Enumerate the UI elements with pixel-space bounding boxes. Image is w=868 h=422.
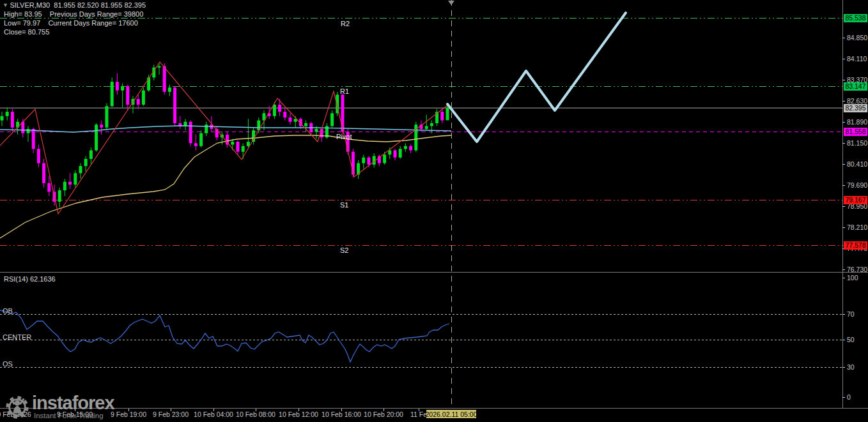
- candle-body: [111, 82, 114, 106]
- time-tick-label: 10 Feb 16:00: [322, 411, 361, 418]
- candle-body: [79, 166, 82, 173]
- candle-body: [163, 66, 166, 92]
- rsi-tick-label: 100: [847, 274, 858, 282]
- candle-body: [440, 112, 444, 120]
- vline-anchor-icon[interactable]: [448, 1, 454, 5]
- pivot-label-s2: S2: [340, 246, 348, 254]
- candle-body: [68, 182, 72, 185]
- candle-body: [341, 94, 345, 132]
- time-tick-label: 10 Feb 08:00: [236, 411, 275, 418]
- info-close: Close= 80.755: [4, 28, 49, 36]
- price-badge: 85.538: [844, 14, 867, 22]
- time-tick-label: 10 Feb 20:00: [364, 411, 403, 418]
- candle-body: [173, 87, 176, 123]
- candle-body: [74, 173, 77, 185]
- watermark-brand: instaforex: [32, 393, 114, 414]
- symbol-info-line: ▼ SILVER,M30 81.955 82.520 81.955 82.395: [3, 1, 146, 10]
- chart-plot-area[interactable]: [0, 0, 868, 422]
- candle-body: [399, 149, 402, 157]
- rsi-tick-label: 0: [847, 393, 851, 401]
- candle-body: [32, 129, 35, 149]
- candle-body: [100, 124, 103, 127]
- candle-body: [116, 82, 119, 90]
- candle-body: [242, 146, 245, 152]
- candle-body: [446, 108, 449, 121]
- candle-body: [226, 135, 229, 145]
- yellow-ma-line: [0, 135, 451, 238]
- symbol-title: SILVER,M30 81.955 82.520 81.955 82.395: [10, 1, 146, 9]
- price-tick-label: 81.150: [847, 139, 867, 147]
- candle-body: [147, 77, 150, 90]
- price-axis[interactable]: 84.85084.11083.37082.63081.89081.15080.4…: [842, 0, 868, 409]
- candle-body: [404, 146, 407, 149]
- price-tick-label: 84.850: [847, 34, 867, 41]
- price-badge: 82.395: [844, 104, 867, 112]
- candle-body: [430, 123, 433, 126]
- price-badge: 81.558: [844, 128, 867, 136]
- rsi-tick-label: 50: [847, 336, 855, 343]
- candle-body: [84, 159, 88, 166]
- current-time-text: 2026.02.11 05:00: [426, 411, 477, 418]
- price-tick-label: 78.210: [847, 223, 867, 231]
- candle-body: [231, 142, 234, 144]
- price-badge: 83.147: [844, 82, 867, 91]
- candle-body: [105, 106, 109, 128]
- candle-body: [95, 124, 98, 150]
- candle-body: [247, 142, 250, 146]
- candle-body: [205, 124, 208, 133]
- pivot-label-r2: R2: [341, 20, 350, 27]
- candle-body: [252, 130, 255, 142]
- price-tick-label: 79.690: [847, 181, 867, 189]
- pivot-label-s1: S1: [340, 201, 348, 209]
- price-tick-label: 84.110: [847, 55, 867, 63]
- trading-terminal-screen: ▼ SILVER,M30 81.955 82.520 81.955 82.395…: [0, 0, 868, 422]
- candle-body: [394, 150, 397, 157]
- candle-body: [304, 123, 307, 126]
- candle-body: [315, 129, 318, 132]
- candle-body: [409, 146, 412, 151]
- candle-body: [11, 112, 14, 128]
- candle-body: [168, 87, 171, 92]
- pivot-label-r1: R1: [340, 87, 349, 95]
- info-high-range: High= 83.95 Previous Days Range= 39800: [4, 10, 143, 19]
- rsi-line: [0, 310, 449, 362]
- gear-person-icon: [4, 394, 31, 421]
- candle-body: [6, 112, 9, 116]
- price-tick-label: 80.410: [847, 160, 867, 168]
- candle-body: [368, 158, 371, 165]
- candle-body: [89, 150, 93, 158]
- candle-body: [27, 129, 30, 133]
- candle-body: [37, 149, 40, 163]
- current-time-badge: 2026.02.11 05:00: [426, 410, 476, 418]
- time-tick-label: 10 Feb 04:00: [194, 411, 233, 418]
- price-badge: 79.167: [844, 196, 867, 204]
- time-tick-label: 11 Fe: [410, 411, 427, 418]
- watermark-tagline: Instant Forex Trading: [34, 412, 104, 419]
- candle-body: [137, 99, 140, 105]
- candle-body: [63, 182, 66, 190]
- candle-body: [1, 116, 4, 121]
- info-low-range: Low= 79.97 Current Days Range= 17600: [4, 19, 138, 27]
- price-tick-label: 76.730: [847, 266, 867, 273]
- forecast-zigzag-line[interactable]: [447, 13, 626, 142]
- rsi-tick-label: 30: [847, 363, 855, 371]
- time-tick-label: 10 Feb 12:00: [279, 411, 318, 418]
- time-tick-label: 9 Feb 23:00: [153, 411, 189, 418]
- candle-body: [289, 117, 292, 122]
- rsi-tick-label: 70: [847, 310, 855, 318]
- rsi-indicator-label: RSI(14) 62.1636: [4, 275, 56, 283]
- candle-body: [47, 183, 50, 192]
- cyan-ma-line: [0, 126, 451, 132]
- down-triangle-icon[interactable]: ▼: [3, 2, 10, 8]
- candle-body: [142, 91, 145, 105]
- zigzag-line: [0, 62, 447, 214]
- candle-body: [189, 122, 192, 144]
- candle-body: [283, 112, 286, 117]
- instaforex-watermark: instaforex Instant Forex Trading: [4, 393, 144, 422]
- candle-body: [58, 190, 61, 202]
- candle-body: [42, 163, 45, 183]
- candle-body: [330, 113, 334, 126]
- candle-body: [425, 126, 428, 128]
- candle-body: [273, 105, 276, 116]
- rsi-ob-label: OB: [3, 307, 13, 315]
